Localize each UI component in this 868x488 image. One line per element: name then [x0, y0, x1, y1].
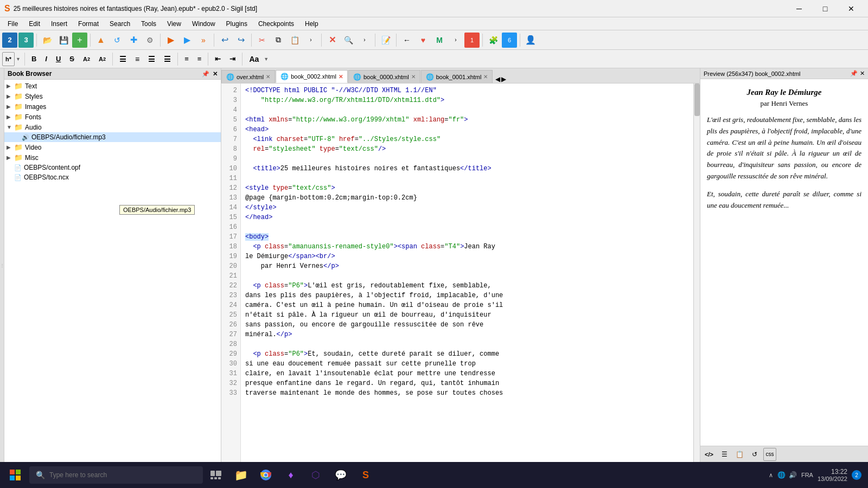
tb-redo[interactable]: ↪	[233, 33, 248, 48]
tb2-align-right[interactable]: ☰	[144, 52, 159, 66]
tb-open-folder[interactable]: 📂	[40, 33, 55, 48]
start-button[interactable]	[2, 462, 28, 488]
tree-item-audio[interactable]: ▼ 📁 Audio	[4, 122, 221, 132]
tree-item-misc[interactable]: ▶ 📁 Misc	[4, 152, 221, 163]
preview-copy-btn[interactable]: 📋	[733, 448, 746, 461]
menu-plugins[interactable]: Plugins	[221, 19, 253, 29]
tb2-underline[interactable]: U	[52, 52, 65, 66]
tb2-indent[interactable]: ⇥	[226, 52, 239, 66]
menu-edit[interactable]: Edit	[23, 19, 46, 29]
tb-puzzle[interactable]: 🧩	[486, 33, 501, 48]
taskbar-clock[interactable]: 13:22 13/09/2022	[818, 468, 847, 482]
tb-arrow-right2[interactable]: ▶	[180, 33, 195, 48]
left-panel-handle[interactable]: ⋮	[0, 68, 4, 462]
tb2-heading[interactable]: h*	[2, 52, 15, 66]
tb2-align-justify[interactable]: ☰	[160, 52, 175, 66]
tab-book-0002[interactable]: 🌐 book_0002.xhtml ✕	[276, 70, 348, 83]
tb2-align-center[interactable]: ≡	[131, 52, 143, 66]
tb-paste[interactable]: 📋	[287, 33, 302, 48]
editor-scrollbar[interactable]	[693, 84, 700, 462]
taskbar-vscode[interactable]: ⬡	[304, 462, 328, 488]
tree-item-styles[interactable]: ▶ 📁 Styles	[4, 91, 221, 101]
tb-heart[interactable]: ♥	[416, 33, 431, 48]
minimize-button[interactable]: ─	[787, 0, 812, 17]
tb-m-arrow[interactable]: ›	[448, 33, 463, 48]
tree-item-toc-ncx[interactable]: 📄 OEBPS/toc.ncx	[4, 172, 221, 182]
tb-m[interactable]: M	[432, 33, 447, 48]
tb-red-badge[interactable]: 1	[464, 33, 480, 48]
tab-close-icon[interactable]: ✕	[266, 74, 270, 80]
tab-close-0000[interactable]: ✕	[411, 74, 416, 80]
menu-checkpoints[interactable]: Checkpoints	[253, 19, 299, 29]
menu-format[interactable]: Format	[73, 19, 104, 29]
tb-save[interactable]: 💾	[56, 33, 71, 48]
preview-refresh-btn[interactable]: ↺	[748, 448, 761, 461]
close-button[interactable]: ✕	[839, 0, 864, 17]
tabs-navigation[interactable]: ◀ ▶	[495, 75, 506, 83]
tree-item-fonts[interactable]: ▶ 📁 Fonts	[4, 112, 221, 122]
tree-item-video[interactable]: ▶ 📁 Video	[4, 142, 221, 152]
tb2-strikethrough[interactable]: S	[66, 52, 78, 66]
tb-paste2[interactable]: ›	[303, 33, 318, 48]
tb-arrow-right[interactable]: ▶	[163, 33, 178, 48]
tb-up-arrow[interactable]: ▲	[93, 33, 108, 48]
search-input[interactable]	[49, 471, 196, 479]
tb2-bold[interactable]: B	[28, 52, 40, 66]
preview-close-icon[interactable]: ✕	[860, 70, 865, 77]
tb2-italic[interactable]: I	[41, 52, 51, 66]
tb-refresh[interactable]: ↺	[110, 33, 125, 48]
tb-double-arrow[interactable]: »	[196, 33, 211, 48]
tabs-prev-icon[interactable]: ◀	[495, 75, 500, 83]
tb-user-icon[interactable]: 👤	[523, 33, 538, 48]
code-editor[interactable]: 23456 7891011 1213141516 1718192021 2223…	[221, 84, 700, 462]
tab-book-0001[interactable]: 🌐 book_0001.xhtml ✕	[421, 70, 493, 83]
tree-item-audio-file[interactable]: 🔊 OEBPS/Audio/fichier.mp3	[4, 132, 221, 142]
tb-back[interactable]: ←	[399, 33, 414, 48]
taskbar-sigil[interactable]: S	[354, 462, 378, 488]
tb-btn-3[interactable]: 3	[18, 33, 34, 48]
menu-help[interactable]: Help	[299, 19, 324, 29]
tb-undo[interactable]: ↩	[217, 33, 232, 48]
tabs-next-icon[interactable]: ▶	[501, 75, 506, 83]
menu-tools[interactable]: Tools	[136, 19, 162, 29]
tb-plus[interactable]: ✚	[126, 33, 141, 48]
menu-search[interactable]: Search	[104, 19, 136, 29]
taskbar-chrome[interactable]	[254, 462, 278, 488]
tb2-ul[interactable]: ≡	[181, 52, 193, 66]
tab-book-0000[interactable]: 🌐 book_0000.xhtml ✕	[348, 70, 420, 83]
tb2-outdent[interactable]: ⇤	[211, 52, 225, 66]
tab-close-0001[interactable]: ✕	[483, 74, 488, 80]
tree-item-images[interactable]: ▶ 📁 Images	[4, 101, 221, 112]
tb2-align-left[interactable]: ☰	[116, 52, 130, 66]
taskbar-task-view[interactable]	[204, 462, 228, 488]
menu-file[interactable]: File	[2, 19, 23, 29]
tb-btn-2[interactable]: 2	[2, 33, 17, 48]
code-content[interactable]: <!DOCTYPE html PUBLIC "-//W3C//DTD XHTML…	[241, 84, 693, 462]
tb-find2[interactable]: ›	[357, 33, 372, 48]
taskbar-file-explorer[interactable]: 📁	[229, 462, 253, 488]
menu-insert[interactable]: Insert	[46, 19, 73, 29]
menu-window[interactable]: Window	[187, 19, 221, 29]
tree-item-text[interactable]: ▶ 📁 Text	[4, 81, 221, 91]
tb-find[interactable]: 🔍	[341, 33, 356, 48]
preview-list-btn[interactable]: ☰	[718, 448, 731, 461]
tb2-font[interactable]: Aa	[245, 52, 263, 66]
tb-add[interactable]: +	[72, 33, 87, 48]
tb2-ol[interactable]: ≡	[194, 52, 206, 66]
tab-close-active[interactable]: ✕	[339, 74, 343, 80]
tree-item-content-opf[interactable]: 📄 OEBPS/content.opf	[4, 163, 221, 172]
tb-spell[interactable]: 📝	[378, 33, 393, 48]
preview-css-btn[interactable]: css	[763, 448, 776, 461]
tb-delete[interactable]: ✕	[324, 33, 340, 48]
book-browser-close[interactable]: ✕	[213, 70, 218, 78]
search-box[interactable]: 🔍	[29, 466, 203, 484]
taskbar-discord[interactable]: 💬	[329, 462, 353, 488]
book-browser-pin[interactable]: 📌	[202, 70, 209, 78]
tb-settings[interactable]: ⚙	[142, 33, 157, 48]
tb-cut[interactable]: ✂	[254, 33, 270, 48]
menu-view[interactable]: View	[162, 19, 187, 29]
tb-copy[interactable]: ⧉	[271, 33, 286, 48]
tb2-subscript[interactable]: A2	[79, 52, 94, 66]
preview-code-btn[interactable]: </>	[703, 448, 716, 461]
notification-badge[interactable]: 2	[852, 470, 861, 480]
